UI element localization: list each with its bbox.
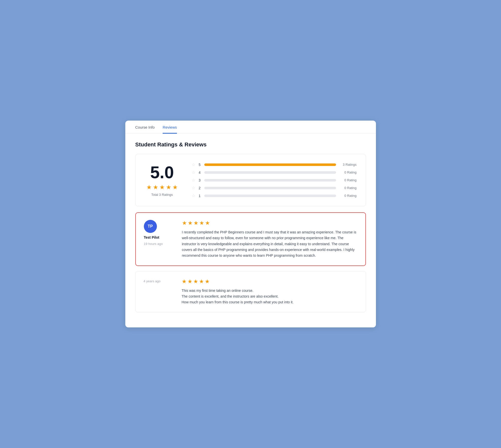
total-ratings-label: Total 3 Ratings bbox=[145, 193, 180, 197]
review-star-1-2: ★ bbox=[187, 278, 192, 285]
reviewer-name-0: Test Pilot bbox=[144, 235, 159, 239]
review-star-0-3: ★ bbox=[193, 220, 198, 226]
review-star-0-1: ★ bbox=[182, 220, 187, 226]
review-star-1-3: ★ bbox=[193, 278, 198, 285]
review-star-0-5: ★ bbox=[205, 220, 210, 226]
bar-label-1: 1 bbox=[199, 194, 202, 198]
review-star-1-5: ★ bbox=[205, 278, 210, 285]
overall-score-block: 5.0 ★ ★ ★ ★ ★ Total 3 Ratings bbox=[145, 164, 180, 197]
bar-star-icon-1: ☆ bbox=[192, 193, 196, 198]
bar-row-1: ☆ 1 0 Rating bbox=[192, 193, 357, 198]
bar-label-2: 2 bbox=[199, 186, 202, 190]
bar-track-2 bbox=[204, 187, 336, 189]
bar-row-5: ☆ 5 3 Ratings bbox=[192, 162, 357, 167]
bar-row-3: ☆ 3 0 Rating bbox=[192, 178, 357, 183]
bar-row-4: ☆ 4 0 Rating bbox=[192, 170, 357, 175]
bar-fill-5 bbox=[204, 163, 336, 166]
review-star-1-4: ★ bbox=[199, 278, 204, 285]
reviewer-info-0: TP Test Pilot 19 hours ago bbox=[144, 220, 174, 258]
rating-summary-card: 5.0 ★ ★ ★ ★ ★ Total 3 Ratings ☆ 5 bbox=[135, 154, 366, 206]
bar-star-icon-4: ☆ bbox=[192, 170, 196, 175]
avatar-0: TP bbox=[144, 220, 157, 233]
reviewer-info-1: 4 years ago bbox=[144, 278, 174, 305]
bar-label-3: 3 bbox=[199, 178, 202, 182]
star-1: ★ bbox=[146, 184, 152, 191]
review-stars-0: ★ ★ ★ ★ ★ bbox=[182, 220, 357, 226]
bar-count-5: 3 Ratings bbox=[339, 163, 357, 166]
star-3: ★ bbox=[159, 184, 165, 191]
bar-star-icon-3: ☆ bbox=[192, 178, 196, 183]
star-4: ★ bbox=[166, 184, 171, 191]
bar-track-4 bbox=[204, 171, 336, 174]
bar-star-icon-2: ☆ bbox=[192, 186, 196, 190]
review-star-0-2: ★ bbox=[188, 220, 193, 226]
review-star-0-4: ★ bbox=[199, 220, 204, 226]
bar-label-4: 4 bbox=[199, 170, 202, 174]
review-text-0: I recently completed the PHP Beginners c… bbox=[182, 229, 357, 258]
review-body-1: ★ ★ ★ ★ ★ This was my first time taking … bbox=[182, 278, 358, 305]
overall-score: 5.0 bbox=[145, 164, 180, 181]
bar-star-icon-5: ☆ bbox=[192, 162, 196, 167]
tab-course-info[interactable]: Course Info bbox=[135, 121, 155, 134]
overall-stars: ★ ★ ★ ★ ★ bbox=[145, 184, 180, 191]
star-5: ★ bbox=[172, 184, 178, 191]
bar-track-3 bbox=[204, 179, 336, 182]
main-content: Student Ratings & Reviews 5.0 ★ ★ ★ ★ ★ … bbox=[125, 133, 376, 312]
section-title: Student Ratings & Reviews bbox=[135, 141, 366, 148]
page-container: Course Info Reviews Student Ratings & Re… bbox=[125, 121, 376, 327]
review-stars-1: ★ ★ ★ ★ ★ bbox=[182, 278, 358, 285]
tabs-bar: Course Info Reviews bbox=[125, 121, 376, 134]
star-2: ★ bbox=[153, 184, 158, 191]
review-card-0: TP Test Pilot 19 hours ago ★ ★ ★ ★ ★ I r… bbox=[135, 212, 366, 266]
bar-row-2: ☆ 2 0 Rating bbox=[192, 186, 357, 190]
bar-count-2: 0 Rating bbox=[339, 186, 357, 190]
review-text-1: This was my first time taking an online … bbox=[182, 288, 358, 305]
bar-count-4: 0 Rating bbox=[339, 170, 357, 174]
rating-bars: ☆ 5 3 Ratings ☆ 4 0 Rating ☆ bbox=[192, 162, 357, 198]
reviewer-time-1: 4 years ago bbox=[144, 279, 161, 283]
tab-reviews[interactable]: Reviews bbox=[163, 121, 177, 134]
bar-label-5: 5 bbox=[199, 163, 202, 167]
reviewer-time-0: 19 hours ago bbox=[144, 242, 163, 246]
bar-count-1: 0 Rating bbox=[339, 194, 357, 198]
review-card-1: 4 years ago ★ ★ ★ ★ ★ This was my first … bbox=[135, 271, 366, 312]
bar-count-3: 0 Rating bbox=[339, 178, 357, 182]
bar-track-1 bbox=[204, 195, 336, 197]
review-star-1-1: ★ bbox=[182, 278, 187, 285]
bar-track-5 bbox=[204, 163, 336, 166]
review-body-0: ★ ★ ★ ★ ★ I recently completed the PHP B… bbox=[182, 220, 357, 258]
